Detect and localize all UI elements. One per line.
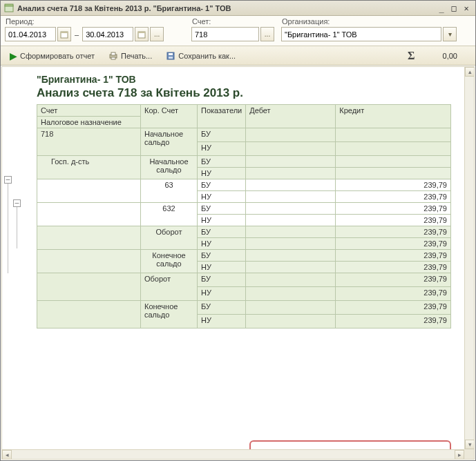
report-title: Анализ счета 718 за Квітень 2013 р.	[37, 86, 464, 100]
date-to-input[interactable]	[82, 27, 133, 41]
printer-icon	[108, 51, 118, 61]
cell-nach-s: Начальное сальдо	[141, 156, 198, 179]
print-button[interactable]: Печать...	[104, 49, 157, 63]
diskette-icon	[166, 51, 175, 61]
horizontal-scrollbar[interactable]: ◂ ▸	[2, 449, 464, 459]
account-input[interactable]	[191, 27, 259, 41]
toolbar: ▶ Сформировать отчет Печать... Сохранить…	[1, 46, 475, 66]
cell-oborot: Оборот	[141, 273, 198, 301]
cell-nach-saldo: Начальное сальдо	[141, 128, 198, 156]
run-report-button[interactable]: ▶ Сформировать отчет	[5, 48, 99, 63]
scroll-corner	[464, 449, 474, 459]
svg-rect-7	[111, 52, 115, 55]
col-tax: Налоговое назначение	[37, 117, 141, 128]
sum-indicator: Σ 0,00	[408, 50, 471, 62]
titlebar: Анализ счета 718 за Квітень 2013 р. "Бри…	[1, 1, 475, 16]
tree-collapse-node[interactable]: −	[13, 199, 21, 207]
highlight-box	[249, 440, 451, 449]
calendar-icon	[60, 30, 68, 39]
tree-collapse-node[interactable]: −	[4, 176, 12, 184]
date-to-calendar-button[interactable]	[135, 27, 149, 41]
sum-value: 0,00	[443, 52, 457, 60]
org-label: Организация:	[281, 17, 471, 26]
cell-cor63: 63	[141, 179, 198, 203]
report-body: "Бригантина- 1" ТОВ Анализ счета 718 за …	[37, 67, 464, 328]
minimize-button[interactable]: _	[435, 3, 448, 13]
cell-oborot-s: Оборот	[141, 226, 198, 250]
sigma-icon: Σ	[408, 50, 415, 62]
date-dash: –	[73, 30, 81, 39]
window-title: Анализ счета 718 за Квітень 2013 р. "Бри…	[17, 4, 435, 12]
save-as-button[interactable]: Сохранить как...	[161, 49, 240, 63]
report-table: Счет Кор. Счет Показатели Дебет Кредит Н…	[37, 104, 451, 328]
svg-rect-11	[169, 57, 173, 59]
scroll-up-button[interactable]: ▴	[465, 67, 475, 77]
svg-rect-5	[138, 32, 145, 33]
calendar-icon	[137, 30, 146, 39]
cell-acc-main: 718	[37, 128, 141, 156]
close-button[interactable]: ✕	[460, 3, 473, 13]
cell-bu: БУ	[198, 128, 246, 142]
period-select-button[interactable]: ...	[150, 27, 164, 41]
col-debit: Дебет	[246, 105, 336, 128]
run-report-label: Сформировать отчет	[20, 52, 95, 60]
maximize-button[interactable]: □	[448, 3, 460, 13]
cell-gosp: Госп. д-сть	[37, 156, 141, 179]
report-org-title: "Бригантина- 1" ТОВ	[37, 74, 464, 85]
save-label: Сохранить как...	[178, 52, 236, 60]
report-area: − − "Бригантина- 1" ТОВ Анализ счета 718…	[1, 66, 475, 460]
account-select-button[interactable]: ...	[260, 27, 274, 41]
vertical-scrollbar[interactable]: ▴ ▾	[464, 67, 474, 449]
params-panel: Период: – ... Счет:	[1, 16, 475, 46]
col-credit: Кредит	[336, 105, 451, 128]
account-label: Счет:	[191, 17, 281, 26]
period-label: Период:	[5, 17, 191, 26]
org-dropdown-button[interactable]: ▾	[443, 27, 457, 41]
date-from-input[interactable]	[5, 27, 56, 41]
date-from-calendar-button[interactable]	[57, 27, 71, 41]
svg-rect-8	[111, 57, 115, 59]
cell-cor632: 632	[141, 203, 198, 226]
svg-rect-3	[61, 32, 68, 33]
svg-rect-10	[169, 53, 173, 55]
cell-konech-s: Конечное сальдо	[141, 250, 198, 273]
scroll-down-button[interactable]: ▾	[465, 440, 475, 449]
play-icon: ▶	[10, 50, 17, 61]
print-label: Печать...	[121, 52, 152, 60]
col-cor: Кор. Счет	[141, 105, 198, 128]
window: Анализ счета 718 за Квітень 2013 р. "Бри…	[0, 0, 476, 461]
col-account: Счет	[37, 105, 141, 117]
org-input[interactable]	[281, 27, 441, 41]
app-icon	[3, 3, 15, 14]
cell-konech: Конечное сальдо	[141, 301, 198, 328]
svg-rect-1	[5, 4, 13, 6]
col-pokaz: Показатели	[198, 105, 246, 128]
cell-nu: НУ	[198, 142, 246, 156]
scroll-right-button[interactable]: ▸	[455, 450, 464, 460]
scroll-left-button[interactable]: ◂	[2, 450, 12, 460]
